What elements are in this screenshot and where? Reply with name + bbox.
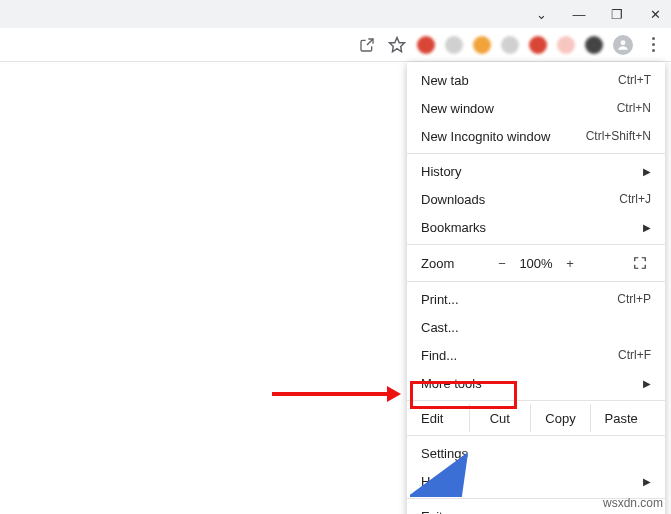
extension-icon[interactable] — [473, 36, 491, 54]
submenu-arrow-icon: ▶ — [643, 378, 651, 389]
submenu-arrow-icon: ▶ — [643, 222, 651, 233]
maximize-button[interactable]: ❐ — [609, 6, 625, 22]
menu-item-edit: Edit Cut Copy Paste — [407, 404, 665, 432]
share-icon[interactable] — [357, 35, 377, 55]
tab-dropdown-icon[interactable]: ⌄ — [533, 6, 549, 22]
fullscreen-button[interactable] — [629, 256, 651, 270]
edit-label: Edit — [421, 411, 469, 426]
paste-button[interactable]: Paste — [590, 404, 651, 432]
menu-separator — [407, 281, 665, 282]
menu-item-shortcut: Ctrl+P — [617, 292, 651, 306]
menu-item-shortcut: Ctrl+Shift+N — [586, 129, 651, 143]
menu-item-label: Find... — [421, 348, 618, 363]
extension-icon[interactable] — [417, 36, 435, 54]
close-button[interactable]: ✕ — [647, 6, 663, 22]
svg-marker-0 — [390, 37, 405, 51]
zoom-value: 100% — [513, 256, 559, 271]
menu-item-cast[interactable]: Cast... — [407, 313, 665, 341]
submenu-arrow-icon: ▶ — [643, 476, 651, 487]
menu-item-label: Cast... — [421, 320, 651, 335]
menu-item-label: More tools — [421, 376, 643, 391]
menu-item-shortcut: Ctrl+N — [617, 101, 651, 115]
copy-button[interactable]: Copy — [530, 404, 591, 432]
extension-icon[interactable] — [529, 36, 547, 54]
watermark-text: wsxdn.com — [603, 496, 663, 510]
menu-separator — [407, 153, 665, 154]
menu-item-shortcut: Ctrl+F — [618, 348, 651, 362]
profile-avatar-icon[interactable] — [613, 35, 633, 55]
annotation-arrow — [272, 386, 401, 402]
menu-item-new-window[interactable]: New window Ctrl+N — [407, 94, 665, 122]
menu-item-more-tools[interactable]: More tools ▶ — [407, 369, 665, 397]
bookmark-star-icon[interactable] — [387, 35, 407, 55]
menu-item-print[interactable]: Print... Ctrl+P — [407, 285, 665, 313]
menu-item-label: New Incognito window — [421, 129, 586, 144]
fullscreen-icon — [633, 256, 647, 270]
menu-item-history[interactable]: History ▶ — [407, 157, 665, 185]
zoom-in-button[interactable]: + — [559, 256, 581, 271]
menu-item-new-tab[interactable]: New tab Ctrl+T — [407, 66, 665, 94]
zoom-label: Zoom — [421, 256, 491, 271]
menu-separator — [407, 400, 665, 401]
extension-icon[interactable] — [585, 36, 603, 54]
page-background-shape — [410, 452, 480, 502]
menu-item-label: Downloads — [421, 192, 619, 207]
menu-item-shortcut: Ctrl+J — [619, 192, 651, 206]
svg-point-1 — [621, 40, 626, 45]
extension-icon[interactable] — [557, 36, 575, 54]
menu-item-new-incognito[interactable]: New Incognito window Ctrl+Shift+N — [407, 122, 665, 150]
menu-item-label: Print... — [421, 292, 617, 307]
menu-separator — [407, 244, 665, 245]
menu-item-downloads[interactable]: Downloads Ctrl+J — [407, 185, 665, 213]
menu-item-label: New window — [421, 101, 617, 116]
menu-item-find[interactable]: Find... Ctrl+F — [407, 341, 665, 369]
menu-item-shortcut: Ctrl+T — [618, 73, 651, 87]
zoom-out-button[interactable]: − — [491, 256, 513, 271]
cut-button[interactable]: Cut — [469, 404, 530, 432]
menu-separator — [407, 435, 665, 436]
menu-item-label: History — [421, 164, 643, 179]
submenu-arrow-icon: ▶ — [643, 166, 651, 177]
browser-toolbar — [0, 28, 671, 62]
minimize-button[interactable]: — — [571, 6, 587, 22]
menu-item-bookmarks[interactable]: Bookmarks ▶ — [407, 213, 665, 241]
chrome-main-menu: New tab Ctrl+T New window Ctrl+N New Inc… — [407, 62, 665, 514]
menu-item-label: New tab — [421, 73, 618, 88]
extension-icon[interactable] — [501, 36, 519, 54]
menu-item-zoom: Zoom − 100% + — [407, 248, 665, 278]
menu-button[interactable] — [643, 35, 663, 55]
three-dots-icon — [652, 37, 655, 52]
window-titlebar: ⌄ — ❐ ✕ — [0, 0, 671, 28]
menu-item-label: Bookmarks — [421, 220, 643, 235]
extension-icon[interactable] — [445, 36, 463, 54]
